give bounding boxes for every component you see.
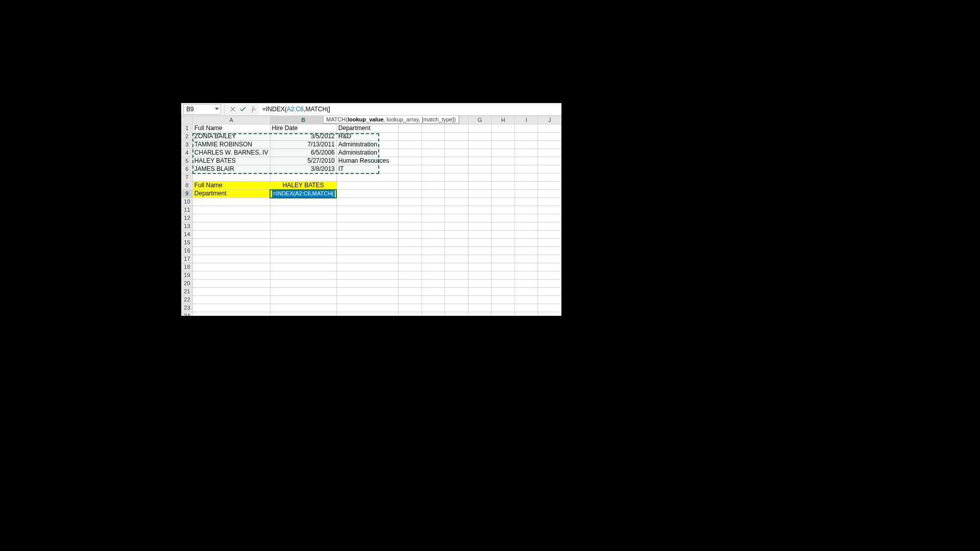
cell[interactable]: [270, 247, 336, 255]
cell[interactable]: [515, 288, 538, 296]
cell[interactable]: [336, 288, 398, 296]
cell[interactable]: Full Name: [192, 182, 270, 190]
cell[interactable]: [336, 247, 398, 255]
cell[interactable]: [468, 149, 492, 157]
cell[interactable]: [515, 239, 538, 247]
cell[interactable]: [468, 247, 492, 255]
cell[interactable]: [492, 312, 515, 316]
row-header[interactable]: 14: [182, 231, 193, 239]
cell[interactable]: Department: [336, 124, 398, 133]
cell[interactable]: [492, 222, 515, 231]
cell[interactable]: [398, 222, 422, 231]
cell[interactable]: [336, 182, 398, 190]
cell[interactable]: [538, 239, 561, 247]
cell[interactable]: [336, 271, 398, 280]
cell[interactable]: [492, 263, 515, 271]
cell[interactable]: [398, 124, 422, 133]
cell[interactable]: [445, 182, 469, 190]
cell[interactable]: [398, 231, 422, 239]
row-header[interactable]: 2: [182, 133, 193, 141]
cell[interactable]: [422, 206, 445, 214]
cell[interactable]: [515, 255, 538, 263]
cell[interactable]: [270, 214, 336, 222]
cell[interactable]: [515, 198, 538, 206]
cell[interactable]: [422, 312, 445, 316]
cell[interactable]: [468, 263, 492, 271]
cell[interactable]: [468, 222, 492, 231]
row-header[interactable]: 17: [182, 255, 193, 263]
cell[interactable]: 3/5/2012: [270, 133, 336, 141]
cell[interactable]: [492, 182, 515, 190]
cell[interactable]: [515, 312, 538, 316]
cell[interactable]: [398, 133, 422, 141]
cell[interactable]: [336, 263, 398, 271]
cell[interactable]: [468, 182, 492, 190]
cell[interactable]: [445, 255, 469, 263]
row-header[interactable]: 15: [182, 239, 193, 247]
cell[interactable]: [445, 280, 469, 288]
cell[interactable]: [468, 198, 492, 206]
cell[interactable]: [336, 206, 398, 214]
cell[interactable]: [492, 288, 515, 296]
row-header[interactable]: 6: [182, 165, 193, 173]
cell[interactable]: [492, 165, 515, 173]
cell[interactable]: [492, 198, 515, 206]
cell[interactable]: [398, 288, 422, 296]
cell[interactable]: Administration: [336, 149, 398, 157]
cell[interactable]: [515, 149, 538, 157]
cell[interactable]: 3/8/2013: [270, 165, 336, 173]
cell[interactable]: [492, 157, 515, 165]
cell[interactable]: [445, 141, 469, 149]
cell[interactable]: [538, 296, 561, 304]
cell[interactable]: [492, 124, 515, 133]
cell[interactable]: ZONIA BAILEY: [192, 133, 270, 141]
row-header[interactable]: 19: [182, 271, 193, 280]
cell[interactable]: [492, 214, 515, 222]
row-header[interactable]: 18: [182, 263, 193, 271]
cell[interactable]: [492, 141, 515, 149]
cell[interactable]: [270, 222, 336, 231]
row-header[interactable]: 10: [182, 198, 193, 206]
row-header[interactable]: 24: [182, 312, 193, 316]
cell[interactable]: [538, 280, 561, 288]
cell[interactable]: [398, 255, 422, 263]
cell[interactable]: [422, 214, 445, 222]
cell[interactable]: [445, 231, 469, 239]
cell[interactable]: [422, 239, 445, 247]
cell[interactable]: [270, 280, 336, 288]
col-header-J[interactable]: J: [538, 116, 561, 124]
cell[interactable]: [538, 182, 561, 190]
cell[interactable]: [270, 312, 336, 316]
cell[interactable]: [538, 149, 561, 157]
cell[interactable]: [422, 247, 445, 255]
cell[interactable]: [538, 271, 561, 280]
cell[interactable]: [336, 296, 398, 304]
cell[interactable]: [468, 173, 492, 182]
col-header-I[interactable]: I: [515, 116, 538, 124]
cell[interactable]: [192, 206, 270, 214]
cell[interactable]: [192, 222, 270, 231]
row-header[interactable]: 5: [182, 157, 193, 165]
cell[interactable]: [270, 206, 336, 214]
cell[interactable]: [336, 214, 398, 222]
cell[interactable]: [398, 214, 422, 222]
cell[interactable]: [422, 288, 445, 296]
cell[interactable]: [468, 157, 492, 165]
cell[interactable]: [515, 124, 538, 133]
cell[interactable]: [192, 312, 270, 316]
cell[interactable]: [445, 157, 469, 165]
cell[interactable]: [445, 133, 469, 141]
cell[interactable]: [468, 271, 492, 280]
cell[interactable]: [492, 149, 515, 157]
cell[interactable]: [468, 304, 492, 312]
cell[interactable]: [538, 255, 561, 263]
cell[interactable]: [445, 222, 469, 231]
cell[interactable]: [515, 247, 538, 255]
cell[interactable]: [515, 280, 538, 288]
cell[interactable]: [492, 190, 515, 198]
cell[interactable]: [538, 190, 561, 198]
cell[interactable]: [336, 198, 398, 206]
row-header[interactable]: 22: [182, 296, 193, 304]
cell[interactable]: [336, 312, 398, 316]
cell[interactable]: HALEY BATES: [192, 157, 270, 165]
